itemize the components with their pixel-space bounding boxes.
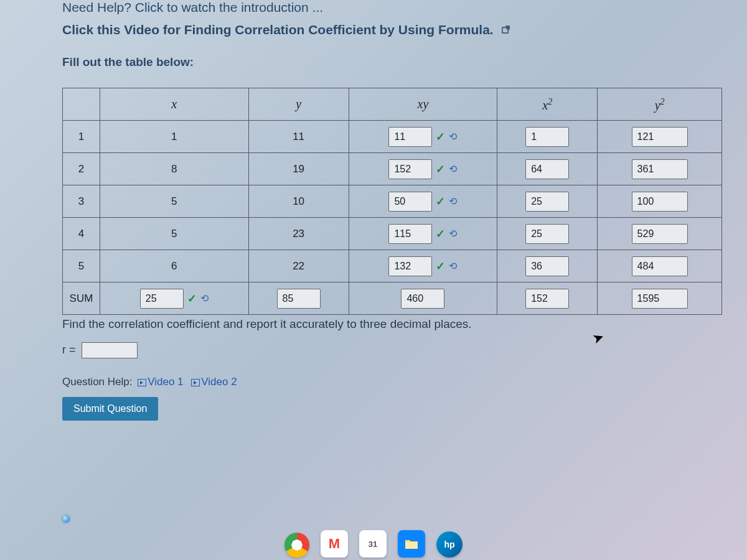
x2-input[interactable]: [525, 127, 569, 147]
sum-x2-input[interactable]: [525, 289, 569, 309]
cell-x: 1: [100, 121, 249, 153]
sum-y2-input[interactable]: [632, 289, 688, 309]
r-input[interactable]: [82, 342, 138, 358]
xy-input[interactable]: [388, 127, 432, 147]
cell-y: 23: [248, 218, 349, 250]
cell-y: 22: [248, 250, 349, 282]
row-num: 1: [63, 121, 100, 153]
cell-x: 5: [100, 185, 249, 218]
table-row: 5 6 22 ✓ ⟲: [63, 250, 722, 282]
table-row-sum: SUM ✓ ⟲: [63, 282, 722, 315]
y2-input[interactable]: [632, 192, 688, 212]
cell-x: 5: [100, 218, 249, 250]
question-help: Question Help: Video 1 Video 2: [62, 376, 722, 388]
retry-icon[interactable]: ⟲: [449, 228, 457, 240]
row-num: 4: [63, 218, 100, 250]
x2-input[interactable]: [525, 224, 569, 244]
r-label: r =: [62, 343, 76, 356]
y2-input[interactable]: [632, 224, 688, 244]
file-explorer-icon[interactable]: [398, 530, 425, 558]
y2-input[interactable]: [632, 127, 688, 147]
sum-x-input[interactable]: [140, 289, 184, 309]
video1-link[interactable]: Video 1: [138, 376, 183, 388]
sum-y-input[interactable]: [277, 289, 321, 309]
fill-table-label: Fill out the table below:: [62, 55, 722, 69]
video2-link[interactable]: Video 2: [191, 376, 237, 388]
popout-icon: [501, 23, 511, 38]
row-num: 2: [63, 153, 100, 185]
sum-xy-input[interactable]: [401, 289, 444, 309]
x2-input[interactable]: [525, 192, 569, 212]
play-icon: [138, 379, 146, 386]
col-xy: xy: [349, 88, 497, 121]
check-icon: ✓: [436, 195, 445, 208]
need-help-text: Need Help? Click to watch the introducti…: [62, 0, 722, 15]
r-equals-row: r =: [62, 342, 722, 358]
cell-y: 19: [248, 153, 349, 185]
y2-input[interactable]: [632, 256, 688, 276]
row-num: 3: [63, 185, 100, 218]
gmail-icon[interactable]: M: [321, 530, 348, 558]
check-icon: ✓: [436, 162, 445, 176]
row-num: 5: [63, 250, 100, 282]
retry-icon[interactable]: ⟲: [449, 195, 457, 207]
chrome-icon[interactable]: [284, 533, 309, 558]
x2-input[interactable]: [525, 256, 569, 276]
question-help-label: Question Help:: [62, 376, 132, 388]
check-icon: ✓: [436, 130, 445, 144]
retry-icon[interactable]: ⟲: [449, 131, 457, 142]
col-y2: y2: [598, 88, 722, 121]
video-link-text: Click this Video for Finding Correlation…: [62, 22, 494, 37]
xy-input[interactable]: [388, 192, 432, 212]
col-y: y: [248, 88, 349, 121]
xy-input[interactable]: [388, 159, 432, 179]
svg-rect-1: [405, 542, 418, 549]
col-x: x: [100, 88, 249, 121]
check-icon: ✓: [187, 292, 197, 306]
cell-y: 11: [248, 121, 349, 153]
table-row: 1 1 11 ✓ ⟲: [63, 121, 722, 153]
col-blank: [63, 88, 100, 121]
xy-input[interactable]: [388, 224, 432, 244]
cell-y: 10: [248, 185, 349, 218]
col-x2: x2: [497, 88, 598, 121]
x2-input[interactable]: [525, 159, 569, 179]
table-row: 3 5 10 ✓ ⟲: [63, 185, 722, 218]
table-row: 4 5 23 ✓ ⟲: [63, 218, 722, 250]
retry-icon[interactable]: ⟲: [449, 163, 457, 175]
cell-x: 8: [100, 153, 249, 185]
table-row: 2 8 19 ✓ ⟲: [63, 153, 722, 185]
check-icon: ✓: [436, 259, 445, 273]
play-icon: [191, 379, 200, 386]
data-table: x y xy x2 y2 1 1 11 ✓ ⟲ 2: [62, 88, 722, 315]
y2-input[interactable]: [632, 159, 688, 179]
submit-question-button[interactable]: Submit Question: [62, 397, 158, 421]
video-link[interactable]: Click this Video for Finding Correlation…: [62, 22, 722, 38]
xy-input[interactable]: [388, 256, 432, 276]
blue-dot-icon: [62, 515, 70, 523]
hp-icon[interactable]: hp: [436, 531, 463, 558]
check-icon: ✓: [436, 227, 445, 241]
retry-icon[interactable]: ⟲: [449, 260, 457, 272]
cell-x: 6: [100, 250, 249, 282]
taskbar: M 31 hp: [0, 523, 747, 560]
instruction-text: Find the correlation coefficient and rep…: [62, 317, 722, 331]
retry-icon[interactable]: ⟲: [200, 292, 209, 304]
calendar-icon[interactable]: 31: [359, 530, 387, 558]
sum-label: SUM: [63, 282, 100, 315]
